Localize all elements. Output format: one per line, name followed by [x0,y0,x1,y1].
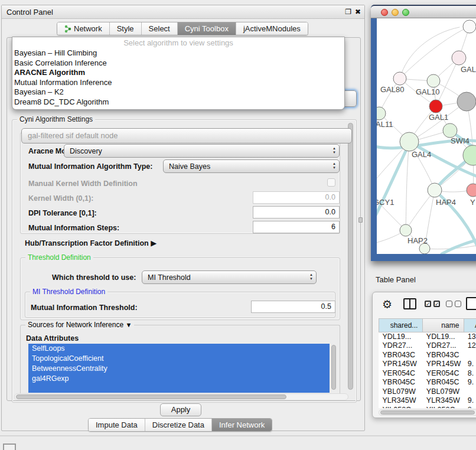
network-edge [377,190,406,230]
table-row[interactable]: YIL052CYIL052C8 [379,405,476,408]
mi-type-label: Mutual Information Algorithm Type: [28,162,152,171]
table-cell: YBR045C [379,378,423,387]
node-label: GAL [461,65,476,74]
algorithm-option[interactable]: Bayesian – Hill Climbing [12,48,344,58]
tab-network[interactable]: Network [57,22,110,35]
mi-steps-field[interactable]: 6 [253,221,340,233]
which-threshold-combobox[interactable]: MI Threshold ▲▼ [142,270,317,284]
network-node-gal4[interactable] [400,132,419,151]
settings-horizontal-scrollbar[interactable] [16,394,286,399]
table-cell: YBL079W [423,387,464,396]
table-horizontal-scrollbar[interactable] [380,410,475,415]
tab-style[interactable]: Style [110,22,142,35]
algorithm-option[interactable]: Dream8 DC_TDC Algorithm [12,97,344,107]
algorithm-option[interactable]: ARACNE Algorithm [12,68,344,78]
sources-title-label: Sources for Network Inference [28,321,123,329]
unchecked-box-icon[interactable] [455,301,461,307]
table-cell: YBR043C [423,350,464,360]
minimize-traffic-icon[interactable] [392,9,399,16]
node-label: SWI4 [451,136,470,145]
close-traffic-icon[interactable] [381,9,388,16]
table-cell: YPR145W [423,360,464,369]
node-table[interactable]: shared...nameA YDL19...YDL19...13YDR27..… [379,318,476,408]
network-node[interactable] [457,92,476,111]
network-view-window: GALGAL80GAL10GAL1GAL11SWI4GAL4GCY1HAP4YH… [371,5,476,261]
tool-palette-icon[interactable] [3,444,16,450]
which-threshold-value: MI Threshold [148,273,191,282]
control-panel-tabbar: NetworkStyleSelectCyni ToolboxjActiveMNo… [57,22,308,35]
network-node-gal[interactable] [452,51,466,65]
data-attributes-list[interactable]: SelfLoopsTopologicalCoefficientBetweenne… [28,344,330,393]
column-header-name[interactable]: name [423,319,464,332]
unchecked-box-icon[interactable] [446,301,452,307]
kernel-width-field[interactable]: 0.0 [253,191,340,204]
page-icon[interactable] [466,297,476,310]
stepper-arrows-icon: ▲▼ [309,273,313,281]
checked-box-icon[interactable]: ✓ [425,301,431,307]
stepper-arrows-icon: ▲▼ [332,162,336,170]
attribute-item[interactable]: gal4RGexp [28,374,330,384]
sources-group-title[interactable]: Sources for Network Inference ▼ [25,321,134,329]
table-cell: YDR27... [379,341,423,351]
tab-cyni-toolbox[interactable]: Cyni Toolbox [178,22,236,35]
network-node-gal10[interactable] [427,74,440,87]
network-node-hap2[interactable] [400,224,412,236]
table-row[interactable]: YDR27...YDR27...12 [379,341,476,351]
network-node-hap4[interactable] [428,183,442,197]
table-cell: YBR043C [379,350,423,360]
table-row[interactable]: YBL079WYBL079W [379,387,476,396]
tab-select[interactable]: Select [142,22,178,35]
table-row[interactable]: YLR345WYLR345W9. [379,396,476,406]
network-node-gal80[interactable] [393,72,406,85]
zoom-traffic-icon[interactable] [402,9,409,16]
gear-icon[interactable]: ⚙ [382,298,392,311]
panel-splitter-handle[interactable] [358,217,363,223]
attribute-item[interactable]: TopologicalCoefficient [28,354,330,364]
float-window-icon[interactable]: ❐ [345,8,351,16]
table-row[interactable]: YER054CYER054C8. [379,369,476,378]
network-window-titlebar[interactable] [371,5,476,18]
algorithm-option[interactable]: Mutual Information Inference [12,78,344,88]
settings-vertical-scrollbar[interactable] [348,123,353,390]
table-row[interactable]: YBR043CYBR043C [379,350,476,360]
column-header-shared[interactable]: shared... [379,319,423,332]
tab-discretize-data[interactable]: Discretize Data [145,419,212,431]
network-node[interactable] [463,20,476,33]
table-cell: YPR145W [379,360,423,369]
column-header-A[interactable]: A [464,319,476,332]
tab-jactivemnodules[interactable]: jActiveMNodules [236,22,308,35]
close-window-icon[interactable]: ✖ [355,8,361,16]
list-vertical-scrollbar[interactable] [331,345,336,390]
tab-label: Style [117,24,134,33]
split-columns-icon[interactable] [403,298,416,309]
algorithm-option[interactable]: Bayesian – K2 [12,87,344,97]
network-node-gal1[interactable] [429,100,442,113]
table-row[interactable]: YDL19...YDL19...13 [379,332,476,341]
table-row[interactable]: YPR145WYPR145W9. [379,360,476,369]
attribute-item[interactable]: SelfLoops [28,344,330,354]
aracne-mode-combobox[interactable]: Discovery ▲▼ [64,144,340,158]
attribute-item[interactable]: BetweennessCentrality [28,364,330,374]
table-cell: 8. [464,369,476,378]
mi-algorithm-type-combobox[interactable]: Naive Bayes ▲▼ [163,159,340,173]
algorithm-option[interactable]: Basic Correlation Inference [12,58,344,69]
table-row[interactable]: YBR045CYBR045C9. [379,378,476,387]
network-node-y[interactable] [467,184,476,197]
apply-button[interactable]: Apply [160,403,201,416]
table-cell [464,387,476,396]
tab-impute-data[interactable]: Impute Data [89,419,145,431]
network-selection-combobox[interactable]: gal-filtered sif default node [21,128,352,144]
which-threshold-label: Which threshold to use: [52,273,136,282]
checked-box-icon[interactable]: ✓ [433,301,440,307]
control-panel-titlebar: Control Panel ❐ ✖ [2,5,364,19]
mi-threshold-field[interactable]: 0.5 [251,301,335,313]
hub-definition-toggle[interactable]: Hub/Transcription Factor Definition ▶ [25,239,157,247]
table-cell: YIL052C [379,405,423,408]
table-cell: YDL19... [423,332,464,341]
table-cell: YER054C [423,369,464,378]
network-canvas[interactable]: GALGAL80GAL10GAL1GAL11SWI4GAL4GCY1HAP4YH… [377,18,476,254]
dpi-tolerance-field[interactable]: 0.0 [253,206,340,219]
tab-infer-network[interactable]: Infer Network [212,419,272,431]
manual-kernel-checkbox[interactable] [327,178,335,187]
network-node-swi4[interactable] [443,123,457,138]
